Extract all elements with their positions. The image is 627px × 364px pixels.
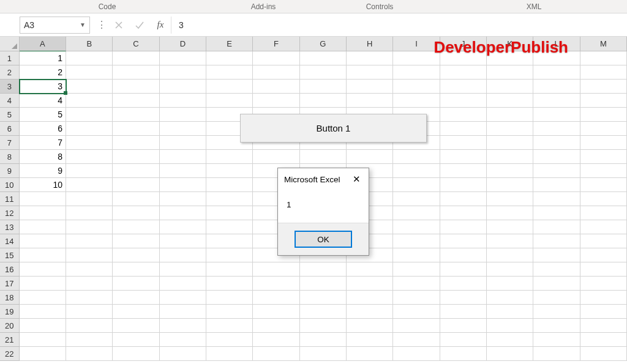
cell[interactable] xyxy=(393,262,440,277)
cell[interactable] xyxy=(66,291,113,305)
cell[interactable] xyxy=(440,136,487,150)
cell[interactable] xyxy=(580,206,627,220)
cell[interactable] xyxy=(347,65,393,80)
cell[interactable] xyxy=(160,347,206,361)
cell[interactable] xyxy=(487,178,533,192)
cell[interactable] xyxy=(300,291,347,305)
cell[interactable] xyxy=(206,333,253,347)
cell[interactable] xyxy=(487,291,533,305)
cell[interactable] xyxy=(20,333,66,347)
cell[interactable] xyxy=(160,262,206,277)
cell[interactable] xyxy=(206,234,253,248)
cell[interactable] xyxy=(253,319,299,333)
cell[interactable] xyxy=(160,65,206,80)
column-header[interactable]: M xyxy=(580,37,627,51)
cell[interactable] xyxy=(440,94,487,108)
row-header[interactable]: 1 xyxy=(0,51,20,65)
cell[interactable] xyxy=(347,277,393,291)
cell[interactable] xyxy=(533,305,580,319)
cell[interactable] xyxy=(113,277,159,291)
cell[interactable] xyxy=(206,192,253,206)
cell[interactable] xyxy=(580,262,627,277)
cell[interactable] xyxy=(347,94,393,108)
cell[interactable] xyxy=(487,319,533,333)
cell[interactable] xyxy=(300,319,347,333)
cell[interactable] xyxy=(113,319,159,333)
cell[interactable] xyxy=(113,51,159,65)
cell[interactable] xyxy=(487,234,533,248)
cell[interactable] xyxy=(160,122,206,136)
cell[interactable] xyxy=(533,234,580,248)
cell[interactable] xyxy=(440,206,487,220)
cell[interactable] xyxy=(206,94,253,108)
cell[interactable] xyxy=(113,234,159,248)
row-header[interactable]: 22 xyxy=(0,347,20,361)
cell[interactable] xyxy=(253,262,299,277)
column-header[interactable]: D xyxy=(160,37,206,51)
cell[interactable] xyxy=(300,51,347,65)
cell[interactable] xyxy=(580,178,627,192)
cell[interactable] xyxy=(580,136,627,150)
cell[interactable] xyxy=(20,206,66,220)
cell[interactable] xyxy=(66,164,113,178)
cell[interactable] xyxy=(206,51,253,65)
cell[interactable] xyxy=(533,94,580,108)
cell[interactable] xyxy=(533,136,580,150)
cell[interactable] xyxy=(113,136,159,150)
row-header[interactable]: 20 xyxy=(0,319,20,333)
cell[interactable] xyxy=(347,150,393,164)
cell[interactable] xyxy=(113,220,159,234)
cell[interactable] xyxy=(66,65,113,80)
cell[interactable] xyxy=(487,108,533,122)
row-header[interactable]: 15 xyxy=(0,248,20,262)
cell[interactable]: 10 xyxy=(20,178,66,192)
cell[interactable] xyxy=(393,192,440,206)
cell[interactable] xyxy=(580,150,627,164)
row-header[interactable]: 6 xyxy=(0,122,20,136)
cell[interactable] xyxy=(300,347,347,361)
cell[interactable] xyxy=(393,220,440,234)
cell[interactable] xyxy=(66,333,113,347)
cell[interactable] xyxy=(580,234,627,248)
cell[interactable] xyxy=(160,248,206,262)
cell[interactable] xyxy=(393,206,440,220)
cell[interactable] xyxy=(253,80,299,94)
form-button-1[interactable]: Button 1 xyxy=(240,114,427,143)
cell[interactable] xyxy=(533,347,580,361)
cell[interactable] xyxy=(533,333,580,347)
cell[interactable] xyxy=(440,80,487,94)
cell[interactable] xyxy=(580,220,627,234)
cell[interactable] xyxy=(113,291,159,305)
cell[interactable] xyxy=(347,262,393,277)
close-icon[interactable]: ✕ xyxy=(349,174,364,185)
cell[interactable] xyxy=(393,305,440,319)
cell[interactable] xyxy=(20,262,66,277)
cell[interactable] xyxy=(206,262,253,277)
cell[interactable] xyxy=(66,206,113,220)
cell[interactable] xyxy=(66,80,113,94)
column-header[interactable]: F xyxy=(253,37,299,51)
cell[interactable] xyxy=(300,305,347,319)
column-header[interactable]: B xyxy=(66,37,113,51)
cell[interactable] xyxy=(580,164,627,178)
cell[interactable] xyxy=(206,80,253,94)
cell[interactable] xyxy=(206,178,253,192)
cell[interactable] xyxy=(533,164,580,178)
cell[interactable] xyxy=(160,80,206,94)
cell[interactable] xyxy=(113,94,159,108)
cell[interactable] xyxy=(533,192,580,206)
cell[interactable] xyxy=(300,94,347,108)
cell[interactable] xyxy=(206,347,253,361)
cell[interactable] xyxy=(160,164,206,178)
select-all-corner[interactable] xyxy=(0,37,20,51)
cell[interactable] xyxy=(253,291,299,305)
cell[interactable] xyxy=(253,347,299,361)
cell[interactable] xyxy=(20,192,66,206)
cell[interactable] xyxy=(20,277,66,291)
cell[interactable] xyxy=(113,108,159,122)
row-header[interactable]: 3 xyxy=(0,80,20,94)
cell[interactable] xyxy=(113,305,159,319)
cell[interactable] xyxy=(300,262,347,277)
cell[interactable] xyxy=(113,150,159,164)
cell[interactable] xyxy=(487,305,533,319)
